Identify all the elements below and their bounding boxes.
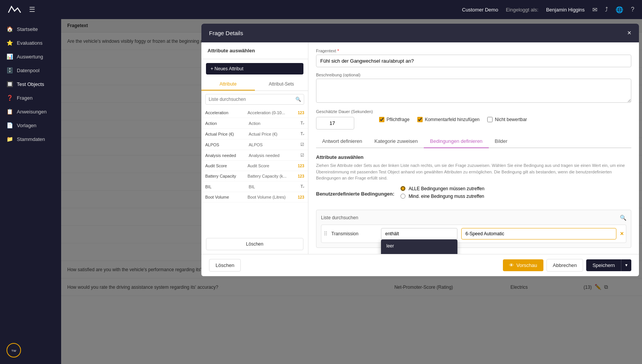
attr-name: Audit Score: [205, 163, 245, 168]
attribute-panel: Attribute auswählen + Neues Attribut Att…: [201, 42, 308, 254]
pflicht-checkbox[interactable]: [379, 117, 384, 122]
sidebar-label-vorlagen: Vorlagen: [17, 123, 36, 128]
conditions-desc: Ziehen Sie Attribute oder Sets aus der l…: [316, 162, 631, 181]
attr-name2: Acceleration (0-10...: [248, 110, 296, 115]
save-dropdown-arrow[interactable]: ▾: [621, 259, 631, 271]
bewertbar-checkbox-label[interactable]: Nicht bewertbar: [487, 117, 527, 122]
beschreibung-label: Beschreibung (optional): [316, 73, 631, 77]
sidebar-label-evaluations: Evaluations: [17, 40, 42, 46]
tab-bilder[interactable]: Bilder: [489, 135, 514, 148]
help-icon[interactable]: ?: [631, 6, 634, 13]
conditions-search-label: Liste durchsuchen: [321, 215, 358, 220]
list-item[interactable]: Battery Capacity Battery Capacity (k... …: [201, 171, 308, 181]
tab-kategorie[interactable]: Kategorie zuweisen: [368, 135, 424, 148]
drag-handle-icon[interactable]: ⠿: [324, 231, 327, 237]
radio-any-label[interactable]: Mind. eine Bedingung muss zutreffen: [400, 194, 485, 199]
top-nav-right: Customer Demo Eingeloggt als: Benjamin H…: [462, 6, 634, 13]
list-item[interactable]: Acceleration Acceleration (0-10... 123: [201, 108, 308, 118]
sidebar-item-evaluations[interactable]: ⭐ Evaluations: [0, 36, 61, 50]
modal-overlay: Frage Details × Attribute auswählen + Ne…: [61, 19, 642, 364]
chart-icon: 📊: [6, 53, 13, 60]
check-icon: ☑: [300, 142, 304, 147]
kommentar-checkbox-label[interactable]: Kommentarfeld hinzufügen: [417, 117, 480, 122]
condition-name: Transmission: [331, 231, 377, 236]
list-item[interactable]: Boot Volume Boot Volume (Litres) 123: [201, 192, 308, 202]
sidebar-item-fragen[interactable]: ❓ Fragen: [0, 91, 61, 105]
condition-operator-dropdown[interactable]: enthält leer nicht leer: [381, 228, 457, 239]
attr-name: Acceleration: [205, 110, 245, 115]
preview-label: Vorschau: [516, 262, 537, 268]
search-icon: 🔍: [295, 97, 301, 102]
attr-name: Action: [205, 121, 246, 126]
dropdown-option-leer[interactable]: leer: [381, 239, 457, 252]
option-label: leer: [386, 243, 394, 249]
sidebar-item-test-objects[interactable]: 🔲 Test Objects: [0, 77, 61, 91]
clipboard-icon: 📋: [6, 108, 13, 115]
tab-bedingungen[interactable]: Bedingungen definieren: [424, 135, 488, 148]
attr-tabs: Attribute Attribut-Sets: [201, 78, 308, 91]
list-item[interactable]: Actual Price (€) Actual Price (€) Tᵣ: [201, 129, 308, 139]
sidebar-item-datenpool[interactable]: 🗄️ Datenpool: [0, 63, 61, 77]
form-options-row: Geschätzte Dauer (Sekunden) Pflichtfrage…: [316, 109, 631, 129]
tab-antwort[interactable]: Antwort definieren: [316, 135, 368, 148]
dropdown-menu: leer nicht leer ✓ enthält: [381, 239, 457, 254]
cancel-button[interactable]: Abbrechen: [546, 259, 584, 272]
database-icon: 🗄️: [6, 67, 13, 73]
duration-group: Geschätzte Dauer (Sekunden): [316, 109, 373, 129]
list-item[interactable]: ALPOS ALPOS ☑: [201, 139, 308, 150]
top-nav: ☰ Customer Demo Eingeloggt als: Benjamin…: [0, 0, 642, 19]
modal-header: Frage Details ×: [201, 24, 639, 42]
attr-badge: 123: [298, 195, 304, 199]
tab-attribute[interactable]: Attribute: [201, 78, 255, 91]
attr-delete-button[interactable]: Löschen: [206, 238, 303, 250]
sidebar-item-auswertung[interactable]: 📊 Auswertung: [0, 50, 61, 63]
list-item[interactable]: BIL BIL Tᵣ: [201, 181, 308, 192]
list-item[interactable]: Action Action Tᵣ: [201, 118, 308, 129]
radio-any[interactable]: [400, 194, 405, 199]
kommentar-checkbox[interactable]: [417, 117, 423, 122]
pflicht-checkbox-label[interactable]: Pflichtfrage: [379, 117, 410, 122]
sidebar-item-anweisungen[interactable]: 📋 Anweisungen: [0, 105, 61, 118]
sidebar-item-stammdaten[interactable]: 📁 Stammdaten: [0, 132, 61, 146]
attr-badge: 123: [298, 174, 304, 178]
attr-name2: Action: [249, 121, 298, 126]
top-nav-left: ☰: [8, 4, 35, 15]
sidebar-item-vorlagen[interactable]: 📄 Vorlagen: [0, 118, 61, 132]
hamburger-menu[interactable]: ☰: [29, 5, 35, 14]
delete-button[interactable]: Löschen: [209, 259, 241, 272]
radio-all-label[interactable]: ALLE Bedingungen müssen zutreffen: [400, 186, 485, 191]
footer-right-buttons: 👁 Vorschau Abbrechen Speichern ▾: [503, 259, 631, 272]
save-button-group: Speichern ▾: [586, 259, 631, 271]
modal-close-button[interactable]: ×: [627, 29, 631, 37]
sidebar-label-auswertung: Auswertung: [17, 54, 43, 60]
list-item[interactable]: Audit Score Audit Score 123: [201, 161, 308, 171]
condition-remove-button[interactable]: ×: [620, 230, 624, 237]
condition-value-input[interactable]: [461, 228, 616, 239]
preview-button[interactable]: 👁 Vorschau: [503, 259, 543, 271]
fragentext-input[interactable]: [316, 55, 631, 67]
new-attribute-button[interactable]: + Neues Attribut: [206, 63, 303, 74]
checkboxes-group: Pflichtfrage Kommentarfeld hinzufügen Ni…: [379, 117, 527, 122]
beschreibung-textarea[interactable]: [316, 79, 631, 103]
globe-icon[interactable]: 🌐: [616, 6, 623, 13]
attr-name: BIL: [205, 184, 246, 189]
dropdown-trigger[interactable]: enthält: [381, 228, 457, 239]
radio-all[interactable]: [400, 186, 405, 191]
star-icon: ⭐: [6, 40, 13, 46]
save-button[interactable]: Speichern: [586, 259, 621, 271]
square-icon: 🔲: [6, 81, 13, 87]
sidebar-item-startseite[interactable]: 🏠 Startseite: [0, 22, 61, 36]
modal-title: Frage Details: [209, 30, 243, 36]
radio-all-text: ALLE Bedingungen müssen zutreffen: [409, 186, 485, 191]
dropdown-option-nicht-leer[interactable]: nicht leer: [381, 252, 457, 254]
bewertbar-checkbox[interactable]: [487, 117, 493, 122]
mail-icon[interactable]: ✉: [592, 6, 597, 13]
conditions-search-button[interactable]: 🔍: [620, 215, 626, 221]
logout-icon[interactable]: ⤴: [605, 6, 608, 13]
attr-list: Acceleration Acceleration (0-10... 123 A…: [201, 108, 308, 234]
attr-search-input[interactable]: [205, 94, 304, 105]
duration-input[interactable]: [316, 117, 354, 129]
sidebar: 🏠 Startseite ⭐ Evaluations 📊 Auswertung …: [0, 19, 61, 364]
tab-attribut-sets[interactable]: Attribut-Sets: [255, 78, 308, 91]
list-item[interactable]: Analysis needed Analysis needed ☑: [201, 150, 308, 161]
